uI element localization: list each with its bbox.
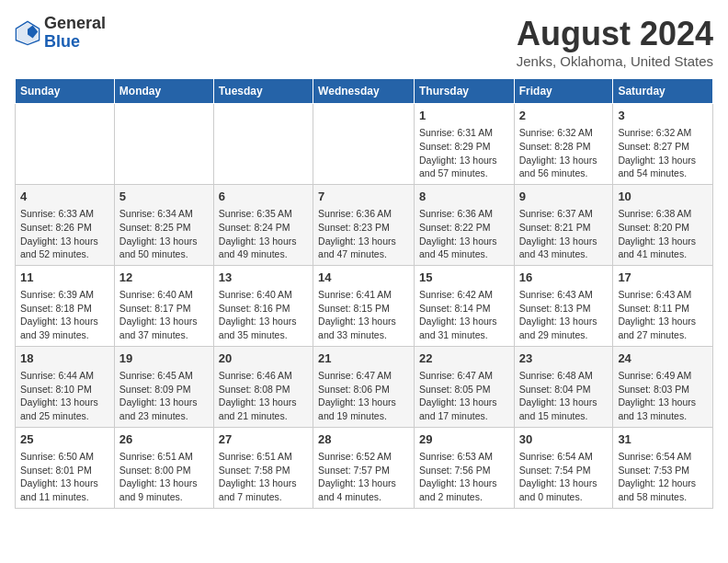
- day-number: 17: [618, 270, 708, 286]
- calendar-day-cell: 19Sunrise: 6:45 AM Sunset: 8:09 PM Dayli…: [114, 346, 213, 427]
- calendar-day-cell: 18Sunrise: 6:44 AM Sunset: 8:10 PM Dayli…: [16, 346, 115, 427]
- day-number: 2: [519, 108, 609, 124]
- day-info: Sunrise: 6:47 AM Sunset: 8:06 PM Dayligh…: [318, 369, 409, 423]
- day-info: Sunrise: 6:49 AM Sunset: 8:03 PM Dayligh…: [618, 369, 708, 423]
- calendar-day-cell: 3Sunrise: 6:32 AM Sunset: 8:27 PM Daylig…: [613, 104, 713, 185]
- day-number: 26: [119, 431, 209, 448]
- day-info: Sunrise: 6:45 AM Sunset: 8:09 PM Dayligh…: [119, 369, 209, 423]
- day-info: Sunrise: 6:52 AM Sunset: 7:57 PM Dayligh…: [318, 450, 409, 504]
- day-info: Sunrise: 6:44 AM Sunset: 8:10 PM Dayligh…: [20, 369, 109, 423]
- days-header-row: SundayMondayTuesdayWednesdayThursdayFrid…: [16, 79, 713, 104]
- calendar-week-row: 18Sunrise: 6:44 AM Sunset: 8:10 PM Dayli…: [16, 346, 713, 427]
- day-number: 18: [20, 350, 109, 367]
- calendar-week-row: 11Sunrise: 6:39 AM Sunset: 8:18 PM Dayli…: [16, 265, 713, 346]
- day-info: Sunrise: 6:36 AM Sunset: 8:23 PM Dayligh…: [318, 207, 409, 261]
- day-info: Sunrise: 6:51 AM Sunset: 8:00 PM Dayligh…: [119, 450, 209, 504]
- day-number: 31: [618, 431, 708, 448]
- day-number: 1: [419, 108, 509, 124]
- calendar-day-cell: 1Sunrise: 6:31 AM Sunset: 8:29 PM Daylig…: [414, 104, 514, 185]
- day-number: 15: [419, 270, 509, 286]
- day-info: Sunrise: 6:35 AM Sunset: 8:24 PM Dayligh…: [219, 207, 308, 261]
- day-info: Sunrise: 6:40 AM Sunset: 8:17 PM Dayligh…: [119, 288, 209, 342]
- day-info: Sunrise: 6:46 AM Sunset: 8:08 PM Dayligh…: [219, 369, 308, 423]
- calendar-day-cell: 30Sunrise: 6:54 AM Sunset: 7:54 PM Dayli…: [514, 427, 613, 508]
- logo-icon: [15, 20, 40, 46]
- day-info: Sunrise: 6:54 AM Sunset: 7:53 PM Dayligh…: [618, 450, 708, 504]
- day-number: 3: [618, 108, 708, 124]
- day-number: 21: [318, 350, 409, 367]
- calendar-day-cell: 27Sunrise: 6:51 AM Sunset: 7:58 PM Dayli…: [213, 427, 313, 508]
- day-number: 10: [618, 189, 708, 205]
- calendar-day-cell: [16, 104, 115, 185]
- day-info: Sunrise: 6:40 AM Sunset: 8:16 PM Dayligh…: [219, 288, 308, 342]
- day-of-week-header: Thursday: [414, 79, 514, 104]
- day-info: Sunrise: 6:53 AM Sunset: 7:56 PM Dayligh…: [419, 450, 509, 504]
- calendar-day-cell: 8Sunrise: 6:36 AM Sunset: 8:22 PM Daylig…: [414, 184, 514, 265]
- calendar-day-cell: 5Sunrise: 6:34 AM Sunset: 8:25 PM Daylig…: [114, 184, 213, 265]
- calendar-day-cell: 14Sunrise: 6:41 AM Sunset: 8:15 PM Dayli…: [313, 265, 415, 346]
- logo: General Blue: [15, 15, 106, 52]
- calendar-day-cell: [313, 104, 415, 185]
- calendar-day-cell: 2Sunrise: 6:32 AM Sunset: 8:28 PM Daylig…: [514, 104, 613, 185]
- day-number: 29: [419, 431, 509, 448]
- day-number: 7: [318, 189, 409, 205]
- calendar-day-cell: 24Sunrise: 6:49 AM Sunset: 8:03 PM Dayli…: [613, 346, 713, 427]
- day-info: Sunrise: 6:39 AM Sunset: 8:18 PM Dayligh…: [20, 288, 109, 342]
- calendar-day-cell: 15Sunrise: 6:42 AM Sunset: 8:14 PM Dayli…: [414, 265, 514, 346]
- calendar-week-row: 4Sunrise: 6:33 AM Sunset: 8:26 PM Daylig…: [16, 184, 713, 265]
- day-number: 8: [419, 189, 509, 205]
- day-number: 4: [20, 189, 109, 205]
- day-info: Sunrise: 6:43 AM Sunset: 8:13 PM Dayligh…: [519, 288, 609, 342]
- month-year: August 2024: [517, 15, 713, 53]
- day-of-week-header: Saturday: [613, 79, 713, 104]
- calendar-day-cell: 13Sunrise: 6:40 AM Sunset: 8:16 PM Dayli…: [213, 265, 313, 346]
- day-number: 16: [519, 270, 609, 286]
- day-number: 25: [20, 431, 109, 448]
- day-info: Sunrise: 6:31 AM Sunset: 8:29 PM Dayligh…: [419, 126, 509, 180]
- day-info: Sunrise: 6:37 AM Sunset: 8:21 PM Dayligh…: [519, 207, 609, 261]
- day-info: Sunrise: 6:36 AM Sunset: 8:22 PM Dayligh…: [419, 207, 509, 261]
- day-number: 12: [119, 270, 209, 286]
- day-info: Sunrise: 6:38 AM Sunset: 8:20 PM Dayligh…: [618, 207, 708, 261]
- day-of-week-header: Monday: [114, 79, 213, 104]
- day-number: 5: [119, 189, 209, 205]
- calendar-day-cell: 16Sunrise: 6:43 AM Sunset: 8:13 PM Dayli…: [514, 265, 613, 346]
- day-info: Sunrise: 6:42 AM Sunset: 8:14 PM Dayligh…: [419, 288, 509, 342]
- day-info: Sunrise: 6:34 AM Sunset: 8:25 PM Dayligh…: [119, 207, 209, 261]
- day-of-week-header: Sunday: [16, 79, 115, 104]
- day-number: 30: [519, 431, 609, 448]
- calendar-week-row: 25Sunrise: 6:50 AM Sunset: 8:01 PM Dayli…: [16, 427, 713, 508]
- calendar-day-cell: 29Sunrise: 6:53 AM Sunset: 7:56 PM Dayli…: [414, 427, 514, 508]
- day-number: 6: [219, 189, 308, 205]
- calendar-day-cell: 22Sunrise: 6:47 AM Sunset: 8:05 PM Dayli…: [414, 346, 514, 427]
- calendar-day-cell: 11Sunrise: 6:39 AM Sunset: 8:18 PM Dayli…: [16, 265, 115, 346]
- calendar-day-cell: 7Sunrise: 6:36 AM Sunset: 8:23 PM Daylig…: [313, 184, 415, 265]
- day-number: 27: [219, 431, 308, 448]
- day-info: Sunrise: 6:41 AM Sunset: 8:15 PM Dayligh…: [318, 288, 409, 342]
- day-number: 28: [318, 431, 409, 448]
- page-header: General Blue August 2024 Jenks, Oklahoma…: [15, 15, 713, 69]
- day-info: Sunrise: 6:33 AM Sunset: 8:26 PM Dayligh…: [20, 207, 109, 261]
- calendar-day-cell: 28Sunrise: 6:52 AM Sunset: 7:57 PM Dayli…: [313, 427, 415, 508]
- calendar-day-cell: 20Sunrise: 6:46 AM Sunset: 8:08 PM Dayli…: [213, 346, 313, 427]
- calendar-day-cell: 9Sunrise: 6:37 AM Sunset: 8:21 PM Daylig…: [514, 184, 613, 265]
- location: Jenks, Oklahoma, United States: [517, 53, 713, 69]
- day-info: Sunrise: 6:48 AM Sunset: 8:04 PM Dayligh…: [519, 369, 609, 423]
- day-of-week-header: Wednesday: [313, 79, 415, 104]
- calendar-day-cell: [114, 104, 213, 185]
- day-number: 13: [219, 270, 308, 286]
- day-info: Sunrise: 6:43 AM Sunset: 8:11 PM Dayligh…: [618, 288, 708, 342]
- day-number: 24: [618, 350, 708, 367]
- day-info: Sunrise: 6:51 AM Sunset: 7:58 PM Dayligh…: [219, 450, 308, 504]
- day-info: Sunrise: 6:47 AM Sunset: 8:05 PM Dayligh…: [419, 369, 509, 423]
- day-number: 19: [119, 350, 209, 367]
- calendar-day-cell: 12Sunrise: 6:40 AM Sunset: 8:17 PM Dayli…: [114, 265, 213, 346]
- day-info: Sunrise: 6:54 AM Sunset: 7:54 PM Dayligh…: [519, 450, 609, 504]
- calendar-table: SundayMondayTuesdayWednesdayThursdayFrid…: [15, 78, 713, 509]
- day-number: 23: [519, 350, 609, 367]
- calendar-day-cell: 21Sunrise: 6:47 AM Sunset: 8:06 PM Dayli…: [313, 346, 415, 427]
- calendar-day-cell: 31Sunrise: 6:54 AM Sunset: 7:53 PM Dayli…: [613, 427, 713, 508]
- day-of-week-header: Friday: [514, 79, 613, 104]
- calendar-day-cell: 25Sunrise: 6:50 AM Sunset: 8:01 PM Dayli…: [16, 427, 115, 508]
- day-info: Sunrise: 6:50 AM Sunset: 8:01 PM Dayligh…: [20, 450, 109, 504]
